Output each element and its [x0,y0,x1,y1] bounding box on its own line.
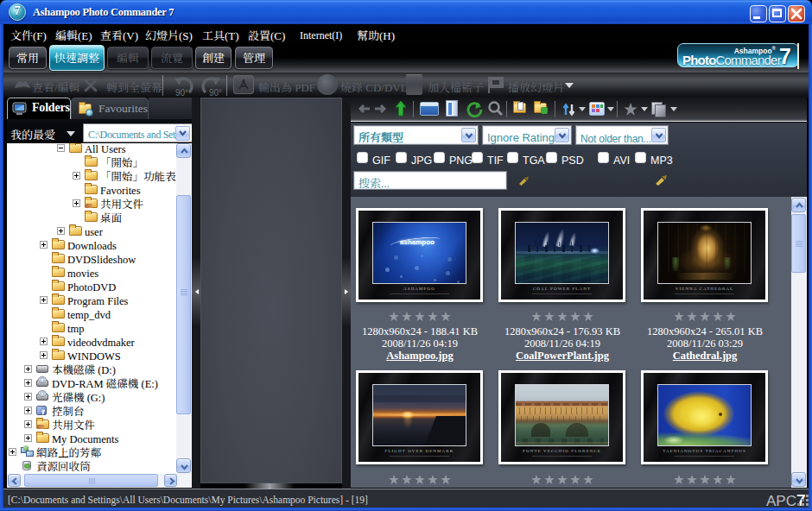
svg-text:90°: 90° [209,88,222,98]
svg-text:90°: 90° [175,88,188,98]
